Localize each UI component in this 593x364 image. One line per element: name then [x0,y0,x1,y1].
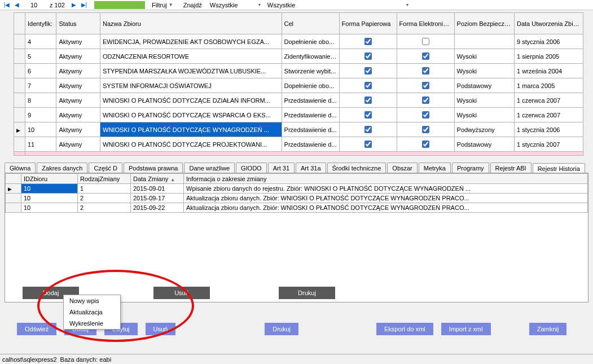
table-row[interactable]: 7AktywnySYSTEM INFORMACJI OŚWIATOWEJDope… [14,78,583,93]
cell-date[interactable]: 1 czerwca 2007 [514,108,583,122]
history-row[interactable]: ▶1012015-09-01Wpisanie zbioru danych do … [6,184,588,194]
sub-header-rodzaj[interactable]: RodzajZmiany [78,174,131,184]
header-status[interactable]: Status [56,13,100,34]
cell-poz[interactable]: Wysoki [454,64,514,78]
tab--rodki-techniczne[interactable]: Środki techniczne [327,163,386,173]
cell-fp[interactable] [339,49,397,64]
header-id[interactable]: Identyfik: [25,13,56,34]
tab-rejestr-abi[interactable]: Rejestr ABI [490,163,531,173]
cell-date[interactable]: 9 stycznia 2006 [514,34,583,49]
header-date[interactable]: Data Utworzenia Zbioru [514,13,583,34]
checkbox-fp[interactable] [364,38,372,45]
cell-info[interactable]: Aktualizacja zbioru danych. Zbiór: WNIOS… [184,194,588,203]
cell-info[interactable]: Aktualizacja zbioru danych. Zbiór: WNIOS… [184,203,588,213]
checkbox-fe[interactable] [422,67,429,74]
cell-date[interactable]: 1 czerwca 2007 [514,93,583,108]
tab-zakres-danych[interactable]: Zakres danych [37,163,87,173]
cell-fe[interactable] [397,49,454,64]
cell-cel[interactable]: Dopełnienie obo... [282,34,339,49]
menu-item-wykre-lenie[interactable]: Wykreślenie [64,318,120,329]
cell-fp[interactable] [339,137,397,152]
tab-art-31[interactable]: Art 31 [268,163,295,173]
cell-date[interactable]: 1 września 2004 [514,64,583,78]
cell-status[interactable]: Aktywny [56,49,100,64]
cell-status[interactable]: Aktywny [56,108,100,122]
table-row[interactable]: ▶10AktywnyWNIOSKI O PŁATNOŚĆ DOTYCZĄCE W… [14,122,583,137]
cell-id[interactable]: 9 [25,108,56,122]
row-handle[interactable] [14,78,25,93]
table-row[interactable]: 9AktywnyWNIOSKI O PŁATNOŚĆ DOTYCZĄCE WSP… [14,108,583,122]
sub-header-id[interactable]: IDZbioru [21,174,78,184]
cell-cel[interactable]: Zidentyfikowanie ... [282,49,339,64]
header-poz[interactable]: Poziom Bezpieczeństwa [454,13,514,34]
cell-rodzaj[interactable]: 1 [78,184,131,194]
tab-rejestr-historia[interactable]: Rejestr Historia [533,163,585,173]
eksport-do-xml-button[interactable]: Eksport do xml [376,323,433,335]
cell-poz[interactable]: Podstawowy [454,137,514,152]
cell-rodzaj[interactable]: 2 [78,203,131,213]
cell-cel[interactable]: Dopełnienie obo... [282,78,339,93]
history-row[interactable]: 1022015-09-17Aktualizacja zbioru danych.… [6,194,588,203]
cell-fp[interactable] [339,122,397,137]
checkbox-fe[interactable] [422,82,429,89]
checkbox-fe[interactable] [422,141,429,148]
checkbox-fp[interactable] [364,82,372,89]
cell-name[interactable]: ODZNACZENIA RESORTOWE [100,49,282,64]
cell-id[interactable]: 6 [25,64,56,78]
cell-fe[interactable] [397,137,454,152]
checkbox-fe[interactable] [422,126,429,133]
usu--button[interactable]: Usuń [146,323,176,335]
header-name[interactable]: Nazwa Zbioru [100,13,282,34]
checkbox-fe[interactable] [422,97,429,104]
cell-fe[interactable] [397,78,454,93]
row-handle[interactable] [14,108,25,122]
cell-cel[interactable]: Przedstawienie d... [282,137,339,152]
cell-id[interactable]: 10 [25,122,56,137]
table-row[interactable]: 4AktywnyEWIDENCJA, PROWADZENIE AKT OSOBO… [14,34,583,49]
cell-idzbioru[interactable]: 10 [21,194,78,203]
header-cel[interactable]: Cel [282,13,339,34]
cell-cel[interactable]: Przedstawienie d... [282,122,339,137]
cell-datazmiany[interactable]: 2015-09-22 [131,203,184,213]
tab-giodo[interactable]: GIODO [236,163,267,173]
cell-fp[interactable] [339,64,397,78]
od-wie--button[interactable]: Odśwież [17,323,56,335]
cell-poz[interactable]: Podwyższony [454,122,514,137]
cell-date[interactable]: 1 sierpnia 2005 [514,49,583,64]
cell-fe[interactable] [397,122,454,137]
checkbox-fp[interactable] [364,97,372,104]
cell-date[interactable]: 1 stycznia 2006 [514,122,583,137]
cell-status[interactable]: Aktywny [56,64,100,78]
tab-podstawa-prawna[interactable]: Podstawa prawna [124,163,183,173]
zamknij-button[interactable]: Zamknij [529,323,567,335]
cell-name[interactable]: EWIDENCJA, PROWADZENIE AKT OSOBOWYCH EGZ… [100,34,282,49]
tab-obszar[interactable]: Obszar [387,163,417,173]
cell-fe[interactable] [397,108,454,122]
cell-status[interactable]: Aktywny [56,122,100,137]
cell-id[interactable]: 11 [25,137,56,152]
row-handle[interactable] [14,93,25,108]
checkbox-fp[interactable] [364,141,372,148]
tab-g-wna[interactable]: Główna [5,163,36,173]
nav-last-icon[interactable]: ▶| [80,1,89,10]
cell-idzbioru[interactable]: 10 [21,184,78,194]
cell-poz[interactable]: Podstawowy [454,78,514,93]
cell-id[interactable]: 5 [25,49,56,64]
cell-idzbioru[interactable]: 10 [21,203,78,213]
combo-all-2[interactable]: Wszystkie▾ [264,1,411,10]
cell-fe[interactable] [397,64,454,78]
cell-name[interactable]: WNIOSKI O PŁATNOŚĆ DOTYCZĄCE WSPARCIA O … [100,108,282,122]
cell-status[interactable]: Aktywny [56,34,100,49]
cell-fp[interactable] [339,78,397,93]
table-row[interactable]: 8AktywnyWNIOSKI O PŁATNOŚĆ DOTYCZĄCE DZI… [14,93,583,108]
checkbox-fp[interactable] [364,126,372,133]
cell-id[interactable]: 8 [25,93,56,108]
menu-item-nowy-wpis[interactable]: Nowy wpis [64,295,120,306]
cell-poz[interactable]: Wysoki [454,93,514,108]
combo-all-1[interactable]: Wszystkie▾ [207,1,263,10]
nav-pos-input[interactable] [23,1,45,9]
row-handle[interactable] [14,64,25,78]
cell-poz[interactable]: Wysoki [454,49,514,64]
cell-fp[interactable] [339,34,397,49]
nav-prev-icon[interactable]: ◀ [12,1,21,10]
